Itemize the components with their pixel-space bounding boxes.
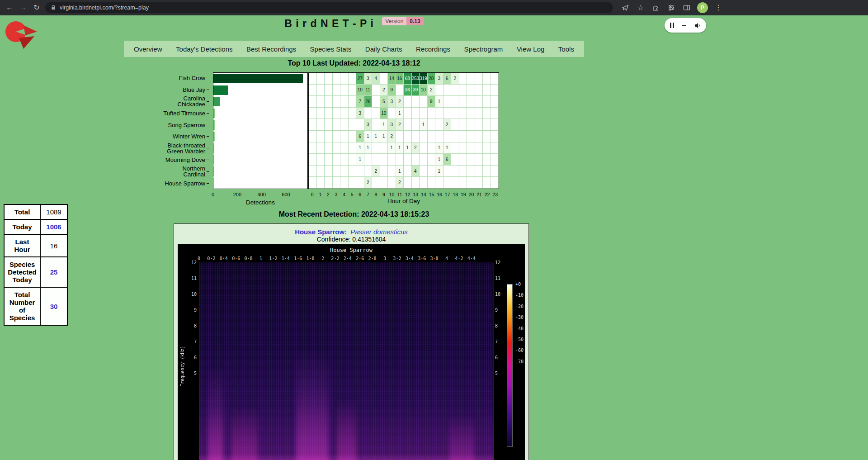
heatmap-cell [483, 85, 491, 96]
back-icon[interactable]: ← [5, 3, 14, 13]
extensions-puzzle-icon[interactable] [651, 3, 661, 13]
top10-heading: Top 10 Last Updated: 2022-04-13 18:12 [0, 59, 708, 67]
heatmap-cell [483, 154, 491, 166]
bar [213, 143, 214, 153]
stat-value: 16 [40, 234, 67, 257]
bar [213, 85, 228, 95]
nav-item-tools[interactable]: Tools [552, 41, 580, 57]
address-bar[interactable]: virginia.birdnetpi.com/?stream=play [45, 2, 613, 13]
heatmap-cell [483, 96, 491, 108]
nav-item-view-log[interactable]: View Log [510, 41, 551, 57]
stat-value[interactable]: 1006 [40, 219, 67, 234]
nav-item-overview[interactable]: Overview [127, 41, 169, 57]
heatmap-cell [443, 177, 452, 189]
spec-y-tick: 10 [181, 292, 197, 297]
heatmap-cell: 3 [388, 96, 396, 108]
version-badge[interactable]: Version0.13 [382, 17, 423, 25]
heatmap-cell: 1 [435, 142, 443, 154]
heatmap-cell [412, 131, 420, 142]
spec-x-tick: 0·8 [245, 256, 253, 261]
seek-bar-icon[interactable] [682, 25, 686, 26]
heatmap-cell [459, 108, 467, 119]
heatmap-cell [443, 96, 452, 108]
heatmap-cell: 1 [443, 142, 452, 154]
heatmap-cell [459, 131, 467, 142]
heatmap-cell: 2 [412, 142, 420, 154]
heatmap-cell [317, 142, 325, 154]
hour-tick-label: 12 [404, 192, 412, 197]
bar-row [213, 96, 307, 108]
heatmap-cell [356, 119, 364, 131]
heatmap-cell [317, 177, 325, 189]
heatmap-cell [309, 119, 317, 131]
heatmap-cell [475, 73, 483, 85]
heatmap-cell: 9 [428, 96, 436, 108]
heatmap-cell: 26 [364, 96, 373, 108]
heatmap-cell [349, 108, 357, 119]
heatmap-cell [364, 154, 373, 166]
hour-tick-label: 5 [348, 192, 356, 197]
hour-tick-label: 19 [459, 192, 467, 197]
heatmap-cell [404, 166, 412, 177]
nav-item-today-s-detections[interactable]: Today's Detections [170, 41, 239, 57]
heatmap-cell [491, 108, 499, 119]
nav-item-daily-charts[interactable]: Daily Charts [359, 41, 409, 57]
heatmap-cell [451, 119, 459, 131]
heatmap-cell [475, 154, 483, 166]
heatmap-cell [420, 154, 428, 166]
bookmark-star-icon[interactable]: ☆ [636, 3, 646, 13]
heatmap-cell [459, 119, 467, 131]
heatmap-cell: 6 [443, 154, 452, 166]
heatmap-cell [483, 166, 491, 177]
heatmap-cell: 6 [356, 131, 364, 142]
species-common-name[interactable]: House Sparrow: [295, 228, 347, 236]
heatmap-cell [475, 85, 483, 96]
pause-icon[interactable] [670, 23, 674, 28]
nav-item-spectrogram[interactable]: Spectrogram [458, 41, 509, 57]
tune-sliders-icon[interactable] [666, 3, 676, 13]
heatmap-cell [340, 119, 349, 131]
heatmap-cell [451, 142, 459, 154]
heatmap-cell: 7 [356, 96, 364, 108]
side-panel-icon[interactable] [682, 3, 692, 13]
reload-icon[interactable]: ↻ [32, 3, 42, 13]
bar-row [213, 154, 307, 166]
hour-tick-label: 3 [332, 192, 340, 197]
heatmap-cell [349, 177, 357, 189]
spectrogram-colorbar [507, 284, 513, 447]
bar-row [213, 177, 307, 189]
species-label: Carolina Chickadee [178, 95, 205, 107]
heatmap-cell [317, 73, 325, 85]
heatmap-cell [333, 96, 341, 108]
heatmap-cell [333, 119, 341, 131]
stats-table: Total1089Today1006Last Hour16Species Det… [4, 204, 68, 326]
nav-item-species-stats[interactable]: Species Stats [304, 41, 358, 57]
species-label: Song Sparrow [168, 122, 205, 128]
heatmap-cell: 3 [364, 73, 373, 85]
heatmap-cell [317, 108, 325, 119]
heatmap-cell [412, 154, 420, 166]
menu-kebab-icon[interactable]: ⋮ [713, 3, 723, 13]
heatmap-cell [388, 108, 396, 119]
send-icon[interactable] [620, 3, 630, 13]
nav-item-recordings[interactable]: Recordings [410, 41, 457, 57]
confidence-line: Confidence: 0.41351604 [174, 236, 528, 243]
heatmap-cell [420, 108, 428, 119]
volume-icon[interactable] [694, 22, 701, 29]
nav-item-best-recordings[interactable]: Best Recordings [240, 41, 302, 57]
stat-value[interactable]: 30 [40, 287, 67, 325]
masthead: B i r d N E T - P i Version0.13 [0, 17, 708, 30]
hour-tick-label: 23 [491, 192, 499, 197]
heatmap-cell [404, 119, 412, 131]
heatmap-cell [475, 166, 483, 177]
forward-icon[interactable]: → [18, 3, 28, 13]
colorbar-tick: -40 [515, 326, 524, 331]
colorbar-tick: -70 [515, 359, 524, 364]
heatmap-cell: 1 [404, 142, 412, 154]
species-label-row: Black-throated Green Warbler [148, 142, 209, 154]
heatmap-cell [475, 119, 483, 131]
heatmap-cell [356, 177, 364, 189]
page: ← → ↻ virginia.birdnetpi.com/?stream=pla… [0, 0, 868, 460]
profile-avatar[interactable]: P [697, 2, 708, 13]
stat-value[interactable]: 25 [40, 257, 67, 287]
